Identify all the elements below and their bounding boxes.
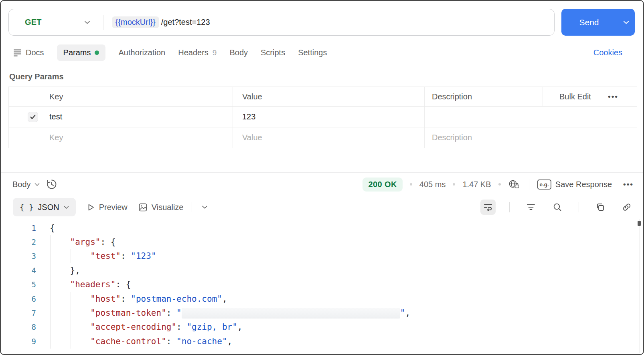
code-line: 3 "test": "123" — [1, 249, 643, 263]
line-number: 2 — [1, 238, 36, 246]
tab-settings[interactable]: Settings — [298, 48, 327, 57]
search-icon[interactable] — [550, 200, 565, 215]
send-options-chevron-icon[interactable] — [617, 9, 635, 36]
visualize-image-icon — [139, 203, 147, 212]
tab-scripts-label: Scripts — [261, 48, 285, 57]
response-more-options-icon[interactable]: ••• — [623, 180, 634, 189]
tab-body[interactable]: Body — [229, 48, 248, 57]
line-number: 9 — [1, 337, 36, 346]
tab-headers[interactable]: Headers 9 — [178, 48, 217, 57]
query-params-title: Query Params — [9, 72, 643, 81]
response-body-label: Body — [12, 180, 31, 189]
network-globe-lock-icon[interactable] — [508, 179, 521, 190]
param-key-input[interactable]: test — [49, 107, 233, 127]
column-header-value: Value — [233, 87, 424, 106]
response-code[interactable]: 1{2 "args": {3 "test": "123"4 },5 "heade… — [1, 219, 643, 349]
indent-guide — [71, 292, 71, 306]
table-more-options-icon[interactable]: ••• — [608, 92, 618, 101]
code-line: 5 "headers": { — [1, 278, 643, 292]
line-number: 5 — [1, 280, 36, 289]
url-path-text[interactable]: /get?test=123 — [161, 18, 210, 27]
braces-icon: { } — [20, 203, 33, 212]
tab-headers-label: Headers — [178, 48, 209, 57]
line-number: 1 — [1, 224, 36, 232]
code-line: 6 "host": "postman-echo.com", — [1, 292, 643, 306]
column-header-description: Description — [424, 87, 543, 106]
code-line: 2 "args": { — [1, 235, 643, 249]
url-divider — [103, 15, 103, 30]
line-number: 7 — [1, 309, 36, 317]
empty-bulk-cell — [543, 127, 637, 148]
code-line: 4 }, — [1, 263, 643, 277]
save-response-button[interactable]: Save Response — [555, 180, 612, 189]
param-value-input[interactable]: 123 — [233, 107, 424, 127]
params-modified-dot — [95, 50, 99, 55]
meta-divider — [529, 179, 529, 190]
meta-separator-dot — [410, 183, 412, 186]
indent-guide — [50, 235, 51, 249]
line-number: 8 — [1, 323, 36, 331]
indent-guide — [50, 306, 51, 320]
format-selector[interactable]: { } JSON — [13, 198, 76, 216]
bulk-edit-button[interactable]: Bulk Edit — [559, 92, 591, 101]
copy-icon[interactable] — [593, 200, 608, 215]
new-param-key-input[interactable]: Key — [49, 127, 233, 148]
param-enabled-checkbox[interactable] — [28, 112, 38, 122]
param-description-input[interactable] — [424, 107, 543, 127]
status-badge: 200 OK — [363, 178, 402, 192]
request-bar: GET {{mockUrl}} /get?test=123 Send — [8, 9, 635, 36]
wrap-lines-toggle[interactable] — [480, 200, 496, 215]
code-line-content: }, — [50, 266, 80, 275]
code-line: 9 "cache-control": "no-cache", — [1, 334, 643, 348]
preview-label: Preview — [99, 203, 128, 212]
preview-play-icon — [87, 204, 95, 211]
redacted-token-value — [182, 308, 400, 319]
filter-icon[interactable] — [523, 200, 539, 215]
format-label: JSON — [38, 203, 59, 212]
cookies-link[interactable]: Cookies — [593, 48, 622, 57]
param-bulk-cell — [543, 107, 637, 127]
code-line-content: "postman-token": "", — [50, 308, 410, 319]
method-selector[interactable]: GET — [25, 18, 42, 27]
visualize-tab[interactable]: Visualize — [139, 203, 184, 212]
code-line-content: "args": { — [50, 237, 115, 247]
docs-icon — [13, 49, 22, 57]
new-param-value-input[interactable]: Value — [233, 127, 424, 148]
tab-scripts[interactable]: Scripts — [261, 48, 285, 57]
method-chevron-down-icon[interactable] — [84, 20, 90, 24]
bulk-edit-cell: Bulk Edit ••• — [543, 87, 637, 106]
tab-authorization[interactable]: Authorization — [118, 48, 165, 57]
preview-tab[interactable]: Preview — [87, 203, 128, 212]
url-input[interactable]: GET {{mockUrl}} /get?test=123 — [8, 9, 555, 36]
app-window: GET {{mockUrl}} /get?test=123 Send Docs … — [0, 0, 644, 355]
scrollbar-track[interactable] — [639, 219, 640, 353]
indent-guide — [50, 263, 51, 277]
tab-settings-label: Settings — [298, 48, 327, 57]
tab-docs[interactable]: Docs — [13, 48, 44, 57]
tab-params-label: Params — [63, 48, 91, 57]
send-button[interactable]: Send — [561, 9, 635, 36]
tab-params[interactable]: Params — [57, 44, 106, 61]
response-history-icon[interactable] — [45, 177, 58, 192]
send-button-label: Send — [561, 9, 617, 36]
toolbar-divider — [192, 202, 192, 212]
new-param-description-input[interactable]: Description — [424, 127, 543, 148]
indent-guide — [71, 334, 71, 348]
response-meta-bar: Body 200 OK 405 ms 1.47 KB e.g. Save Res… — [1, 173, 643, 196]
query-params-header-row: Key Value Description Bulk Edit ••• — [9, 87, 637, 106]
code-line: 7 "postman-token": "", — [1, 306, 643, 320]
link-icon[interactable] — [619, 200, 634, 215]
response-body-selector[interactable]: Body — [12, 180, 40, 189]
code-line-content: "host": "postman-echo.com", — [50, 294, 227, 304]
url-variable-chip[interactable]: {{mockUrl}} — [112, 16, 159, 28]
code-line: 8 "accept-encoding": "gzip, br", — [1, 320, 643, 334]
scrollbar-thumb[interactable] — [638, 221, 641, 226]
toolbar-divider — [509, 202, 510, 212]
tab-body-label: Body — [229, 48, 248, 57]
meta-separator-dot — [498, 183, 501, 186]
header-checkbox-cell — [9, 87, 49, 106]
indent-guide — [50, 320, 51, 334]
request-tabs: Docs Params Authorization Headers 9 Body… — [1, 42, 643, 63]
indent-guide — [50, 278, 51, 292]
more-views-chevron-icon[interactable] — [202, 205, 208, 209]
